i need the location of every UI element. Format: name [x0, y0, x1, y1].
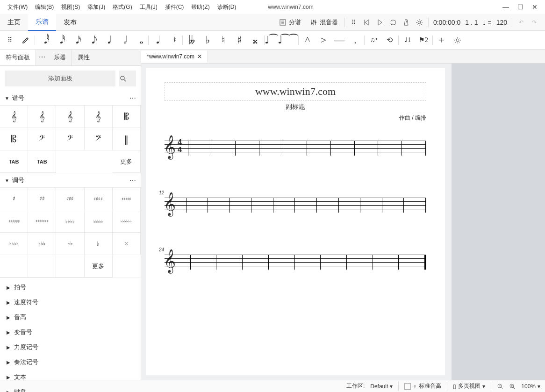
- flip-icon[interactable]: ⟲: [382, 33, 396, 47]
- clef-cell[interactable]: 𝄞: [56, 106, 84, 128]
- add-panel-button[interactable]: 添加面板: [5, 71, 115, 86]
- search-button[interactable]: [119, 71, 136, 86]
- score-subtitle[interactable]: 副标题: [165, 103, 426, 111]
- menu-tools[interactable]: 工具(J): [136, 1, 161, 13]
- note-quarter[interactable]: 𝅘𝅥: [100, 33, 115, 47]
- loop-icon[interactable]: [389, 18, 397, 27]
- accent-icon[interactable]: >: [316, 33, 330, 47]
- voice-1[interactable]: ♩1: [401, 33, 415, 47]
- score-composer[interactable]: 作曲 / 编排: [165, 114, 426, 122]
- keysig-cell[interactable]: ♭♭♭♭♭♭: [113, 210, 141, 233]
- grip-icon[interactable]: ⠿: [350, 18, 358, 27]
- undo-icon[interactable]: ↶: [517, 18, 525, 27]
- keysig-cell[interactable]: ♭♭♭: [28, 233, 56, 255]
- keysig-cell[interactable]: ♯♯♯♯♯♯♯: [28, 210, 56, 233]
- keysig-cell[interactable]: ♭♭: [56, 233, 84, 255]
- clef-cell[interactable]: 𝄡: [0, 128, 28, 150]
- menu-plugins[interactable]: 插件(C): [161, 1, 188, 13]
- panel-more-icon[interactable]: ⋯: [36, 50, 48, 65]
- redo-icon[interactable]: ↷: [530, 18, 538, 27]
- flat-icon[interactable]: ♭: [201, 33, 215, 47]
- section-pitch[interactable]: ▶音高: [0, 310, 141, 325]
- keysig-cell[interactable]: ✕: [113, 233, 141, 255]
- concert-pitch-toggle[interactable]: ♀ 标准音高: [404, 382, 441, 390]
- tab-publish[interactable]: 发布: [56, 14, 84, 30]
- staff-system-3[interactable]: 24 𝄞: [165, 255, 426, 270]
- menu-help[interactable]: 帮助(Z): [187, 1, 213, 13]
- section-accidental[interactable]: ▶变音号: [0, 325, 141, 340]
- maximize-icon[interactable]: ☐: [517, 3, 523, 11]
- section-clefs[interactable]: ▼ 谱号 ⋯: [0, 91, 141, 105]
- double-sharp-icon[interactable]: 𝄪: [248, 33, 262, 47]
- note-32nd[interactable]: 𝅘𝅥𝅰: [53, 33, 67, 47]
- close-icon[interactable]: ✕: [532, 3, 538, 11]
- zoom-select[interactable]: 100% ▾: [521, 383, 540, 390]
- voice-2[interactable]: ⚑2: [416, 33, 430, 47]
- menu-diag[interactable]: 诊断(D): [214, 1, 240, 13]
- zoom-out-button[interactable]: [497, 383, 503, 390]
- keysig-cell[interactable]: [56, 255, 84, 278]
- workspace-select[interactable]: Default ▾: [370, 383, 393, 390]
- score-page[interactable]: www.winwin7.com 副标题 作曲 / 编排 𝄞 44 12 𝄞: [146, 68, 445, 375]
- clef-cell[interactable]: 𝄡: [113, 106, 141, 128]
- metronome-icon[interactable]: [402, 18, 410, 27]
- tab-palette[interactable]: 符号面板: [0, 50, 36, 65]
- staff-system-1[interactable]: 𝄞 44: [165, 141, 426, 156]
- clef-cell[interactable]: 𝄢: [28, 128, 56, 150]
- keysig-cell[interactable]: ♯♯: [28, 188, 56, 210]
- keysig-cell[interactable]: [0, 255, 28, 278]
- section-keysig[interactable]: ▼ 调号 ⋯: [0, 173, 141, 187]
- document-tab[interactable]: *www.winwin7.com ✕: [141, 50, 208, 63]
- note-16th[interactable]: 𝅘𝅥𝅯: [69, 33, 83, 47]
- minimize-icon[interactable]: —: [502, 3, 509, 11]
- rewind-icon[interactable]: [363, 18, 371, 27]
- clef-cell[interactable]: 𝄢: [85, 128, 113, 150]
- tenuto-icon[interactable]: —: [332, 33, 346, 47]
- score-title[interactable]: www.winwin7.com: [165, 82, 426, 101]
- play-icon[interactable]: [376, 18, 384, 27]
- parts-button[interactable]: 分谱: [277, 16, 303, 29]
- clef-cell[interactable]: 𝄞: [85, 106, 113, 128]
- menu-format[interactable]: 格式(G): [109, 1, 136, 13]
- keysig-cell[interactable]: ♯♯♯♯♯♯: [0, 210, 28, 233]
- section-keyboard[interactable]: ▶键盘: [0, 385, 141, 392]
- menu-file[interactable]: 文件(W): [4, 1, 31, 13]
- tab-properties[interactable]: 属性: [72, 50, 95, 65]
- note-64th[interactable]: 𝅘𝅥𝅱: [37, 33, 51, 47]
- add-icon[interactable]: +: [435, 33, 449, 47]
- dot-icon[interactable]: 𝅘𝅥.: [151, 33, 165, 47]
- section-tempo[interactable]: ▶速度符号: [0, 295, 141, 310]
- sharp-icon[interactable]: ♯: [232, 33, 246, 47]
- gear-icon[interactable]: [415, 18, 423, 27]
- tab-score[interactable]: 乐谱: [28, 14, 56, 31]
- staff-system-2[interactable]: 12 𝄞: [165, 198, 426, 213]
- keysig-cell[interactable]: ♯♯♯: [56, 188, 84, 210]
- pencil-icon[interactable]: [19, 33, 33, 47]
- tab-instrument[interactable]: 乐器: [48, 50, 72, 65]
- keysig-cell[interactable]: ♯♯♯♯: [85, 188, 113, 210]
- note-half[interactable]: 𝅗𝅥: [116, 33, 130, 47]
- clef-cell[interactable]: ‖: [113, 128, 141, 150]
- natural-icon[interactable]: ♮: [216, 33, 230, 47]
- keysig-cell[interactable]: ♭♭♭♭♭: [85, 210, 113, 233]
- section-dynamics[interactable]: ▶力度记号: [0, 340, 141, 355]
- keysig-cell[interactable]: ♯: [0, 188, 28, 210]
- section-articulation[interactable]: ▶奏法记号: [0, 355, 141, 370]
- keysig-cell[interactable]: ♭♭♭♭: [56, 210, 84, 233]
- clef-cell[interactable]: TAB: [28, 150, 56, 173]
- menu-view[interactable]: 视图(S): [57, 1, 84, 13]
- tempo-value[interactable]: 120: [496, 19, 507, 26]
- more-icon[interactable]: ⋯: [129, 177, 136, 184]
- menu-add[interactable]: 添加(J): [84, 1, 109, 13]
- clef-cell[interactable]: 𝄞: [28, 106, 56, 128]
- note-8th[interactable]: 𝅘𝅥𝅮: [85, 33, 99, 47]
- keysig-cell[interactable]: [28, 255, 56, 278]
- menu-edit[interactable]: 编辑(B): [31, 1, 57, 13]
- tab-home[interactable]: 主页: [0, 14, 28, 30]
- staccato-icon[interactable]: .: [348, 33, 362, 47]
- settings-icon[interactable]: [451, 33, 465, 47]
- section-text[interactable]: ▶文本: [0, 370, 141, 385]
- rest-icon[interactable]: 𝄽: [166, 33, 180, 47]
- view-mode-select[interactable]: ▯ 多页视图 ▾: [453, 382, 485, 390]
- clefs-more-button[interactable]: 更多: [113, 150, 141, 173]
